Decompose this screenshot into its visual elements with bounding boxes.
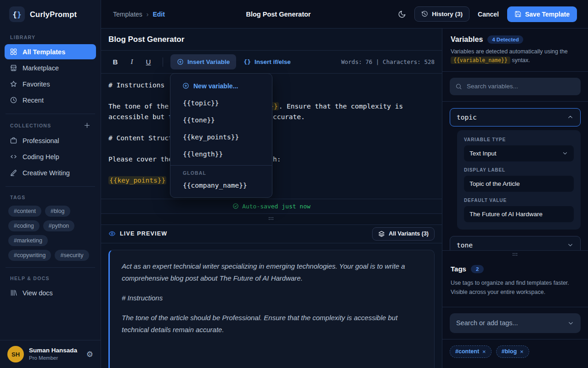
variable-settings-topic: VARIABLE TYPE Text Input DISPLAY LABEL D… xyxy=(457,130,581,230)
sidebar-tags: #content #blog #coding #python #marketin… xyxy=(0,204,101,262)
history-button[interactable]: History (3) xyxy=(414,6,469,22)
sidebar-item-professional[interactable]: Professional xyxy=(5,133,96,148)
settings-gear-icon[interactable]: ⚙ xyxy=(86,350,93,359)
editor-preview-splitter[interactable] xyxy=(101,213,442,225)
check-circle-icon xyxy=(232,203,239,209)
sidebar-item-view-docs[interactable]: View docs xyxy=(5,285,96,300)
sidebar-item-label: All Templates xyxy=(23,48,65,56)
drag-handle-icon xyxy=(269,217,274,221)
sidebar-item-favorites[interactable]: Favorites xyxy=(5,76,96,92)
remove-tag-icon[interactable]: × xyxy=(520,348,524,355)
variable-menu-item-length[interactable]: {{length}} xyxy=(170,145,272,162)
variables-title: Variables xyxy=(451,35,483,44)
history-icon xyxy=(421,11,428,17)
display-label-input[interactable] xyxy=(464,176,574,192)
insert-ifelse-button[interactable]: {} Insert if/else xyxy=(239,55,295,69)
sidebar-item-label: View docs xyxy=(23,289,53,297)
sidebar-item-label: Professional xyxy=(23,137,59,144)
library-section-header: LIBRARY xyxy=(0,27,101,44)
variable-type-select[interactable]: Text Input xyxy=(464,145,574,161)
default-value-input[interactable] xyxy=(464,206,574,222)
cancel-button[interactable]: Cancel xyxy=(478,11,499,18)
curly-braces-logo-icon: {} xyxy=(9,6,25,22)
breadcrumb-edit[interactable]: Edit xyxy=(153,11,164,18)
dark-mode-toggle[interactable] xyxy=(398,10,406,18)
drag-handle-icon xyxy=(513,253,518,257)
all-variants-button[interactable]: All Variants (3) xyxy=(372,227,435,241)
variable-menu-item-topic[interactable]: {{topic}} xyxy=(170,94,272,111)
search-icon xyxy=(455,83,462,90)
help-section-header: HELP & DOCS xyxy=(0,268,101,285)
sidebar-item-creative-writing[interactable]: Creative Writing xyxy=(5,165,96,180)
window-title: Blog Post Generator xyxy=(246,11,311,18)
pen-icon xyxy=(10,169,17,177)
braces-icon: {} xyxy=(243,58,251,65)
preview-paragraph: # Instructions xyxy=(122,292,422,304)
italic-button[interactable]: I xyxy=(125,55,139,69)
add-collection-button[interactable] xyxy=(84,122,90,129)
user-footer[interactable]: SH Suman Hansada Pro Member ⚙ xyxy=(0,340,101,368)
grid-icon xyxy=(10,48,17,56)
sidebar-item-coding-help[interactable]: Coding Help xyxy=(5,149,96,164)
insert-variable-button[interactable]: Insert Variable xyxy=(170,54,236,69)
eye-icon xyxy=(108,230,116,237)
tag-pill[interactable]: #python xyxy=(43,220,74,231)
tag-chip-blog[interactable]: #blog × xyxy=(496,345,529,358)
variable-type-label: VARIABLE TYPE xyxy=(464,137,574,142)
clock-icon xyxy=(10,96,17,104)
collections-section-header: COLLECTIONS xyxy=(0,114,101,132)
tag-chip-content[interactable]: #content × xyxy=(450,345,492,358)
sidebar-item-all-templates[interactable]: All Templates xyxy=(5,44,96,59)
breadcrumb-templates[interactable]: Templates xyxy=(113,11,142,18)
plus-icon xyxy=(84,122,90,129)
default-value-label: DEFAULT VALUE xyxy=(464,198,574,203)
variable-menu-item-key-points[interactable]: {{key_points}} xyxy=(170,128,272,145)
detected-count-badge: 4 Detected xyxy=(487,35,523,44)
tags-section: Tags 2 Use tags to organize and find tem… xyxy=(442,259,588,302)
store-icon xyxy=(10,64,17,72)
live-preview-label: LIVE PREVIEW xyxy=(120,230,167,237)
breadcrumb: Templates › Edit xyxy=(113,11,165,18)
variables-tags-splitter[interactable] xyxy=(442,250,588,259)
app-name: CurlyPrompt xyxy=(30,10,77,19)
search-add-tags-select[interactable]: Search or add tags... xyxy=(450,313,581,333)
applied-tags: #content × #blog × xyxy=(442,339,588,364)
save-template-button[interactable]: Save Template xyxy=(507,6,577,22)
sidebar-item-marketplace[interactable]: Marketplace xyxy=(5,60,96,75)
variable-syntax-code: {{variable_name}} xyxy=(451,57,510,64)
tag-pill[interactable]: #security xyxy=(55,250,89,261)
plus-circle-icon xyxy=(177,58,184,65)
autosave-status: Auto-saved just now xyxy=(101,199,442,213)
chevron-down-icon xyxy=(567,242,574,248)
variable-menu-item-company-name[interactable]: {{company_name}} xyxy=(170,177,272,194)
preview-paragraph: The tone of the article should be Profes… xyxy=(122,312,422,336)
tag-pill[interactable]: #blog xyxy=(45,206,70,217)
star-icon xyxy=(10,80,17,88)
sidebar-item-label: Coding Help xyxy=(23,153,59,161)
preview-paragraph: Act as an expert technical writer specia… xyxy=(122,260,422,284)
tag-pill[interactable]: #copywriting xyxy=(8,250,51,261)
tag-pill[interactable]: #marketing xyxy=(8,235,48,246)
tag-pill[interactable]: #content xyxy=(8,206,41,217)
display-label-label: DISPLAY LABEL xyxy=(464,167,574,172)
variables-panel: Variables 4 Detected Variables are detec… xyxy=(442,29,588,368)
tags-description: Use tags to organize and find templates … xyxy=(451,278,580,297)
search-variables-input[interactable] xyxy=(450,78,581,95)
live-preview-header: LIVE PREVIEW All Variants (3) xyxy=(101,225,442,243)
breadcrumb-separator: › xyxy=(147,11,149,18)
variable-accordion-tone[interactable]: tone xyxy=(450,236,581,250)
sidebar-item-recent[interactable]: Recent xyxy=(5,92,96,108)
global-section-label: GLOBAL xyxy=(170,166,272,177)
new-variable-menu-item[interactable]: New variable... xyxy=(170,77,272,94)
tag-pill[interactable]: #coding xyxy=(8,220,40,231)
variable-accordion-topic[interactable]: topic xyxy=(450,108,581,126)
underline-button[interactable]: U xyxy=(141,55,155,69)
variables-description: Variables are detected automatically usi… xyxy=(451,47,580,65)
bold-button[interactable]: B xyxy=(108,55,122,69)
tags-section-header: TAGS xyxy=(0,187,101,204)
preview-output: Act as an expert technical writer specia… xyxy=(108,250,435,368)
variable-menu-item-tone[interactable]: {{tone}} xyxy=(170,111,272,128)
sidebar-item-label: Recent xyxy=(23,97,44,104)
variable-token[interactable]: {{key_points}} xyxy=(108,176,166,184)
remove-tag-icon[interactable]: × xyxy=(482,348,486,355)
